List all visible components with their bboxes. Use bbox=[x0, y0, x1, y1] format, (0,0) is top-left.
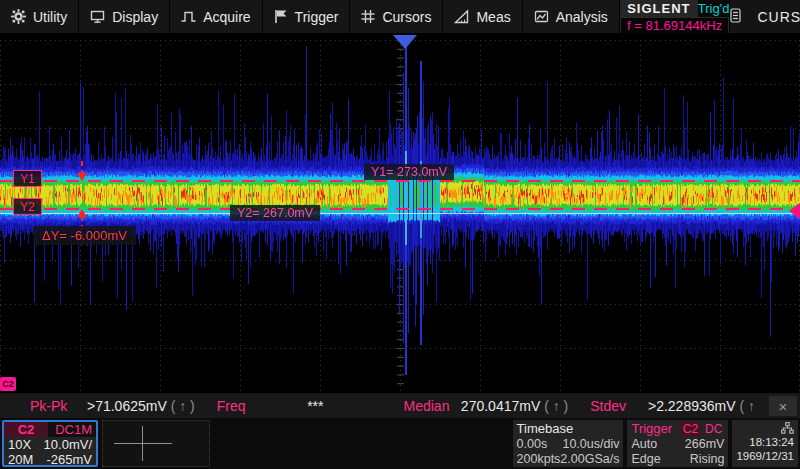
analysis-icon bbox=[534, 9, 549, 24]
trend-up-icon: ( ↑ bbox=[739, 398, 755, 414]
menu-acquire[interactable]: Acquire bbox=[170, 0, 262, 33]
menu-display-label: Display bbox=[112, 9, 158, 25]
menu-trigger[interactable]: Trigger bbox=[263, 0, 351, 33]
trigger-status: Trig'd bbox=[698, 0, 730, 17]
meas-median-value: 270.0417mV ( ↑ ) bbox=[461, 398, 582, 414]
oscilloscope-screen: Utility Display Acquire Trigger Cursors … bbox=[0, 0, 800, 469]
menu-display[interactable]: Display bbox=[79, 0, 170, 33]
channel2-box[interactable]: C2 DC1M 10X 10.0mV/ 20M -265mV bbox=[2, 420, 98, 467]
trigger-coupling-chip: DC bbox=[703, 422, 724, 436]
meas-pkpk-label: Pk-Pk bbox=[30, 398, 67, 414]
cursors-panel-label: CURSORS bbox=[757, 9, 800, 25]
siglent-logo: SIGLENT bbox=[620, 0, 698, 17]
timebase-title: Timebase bbox=[517, 421, 620, 436]
channel2-scale: 10.0mV/ bbox=[44, 437, 92, 452]
crosshair-icon bbox=[142, 426, 143, 461]
cursor-y2-handle[interactable]: Y2 bbox=[13, 198, 42, 215]
cursors-panel-header[interactable]: CURSORS bbox=[730, 0, 800, 33]
menu-cursors[interactable]: Cursors bbox=[350, 0, 443, 33]
meas-median-label: Median bbox=[404, 398, 450, 414]
trigger-mode: Auto bbox=[631, 437, 657, 451]
status-bar-spacer bbox=[214, 420, 509, 467]
cursor-y2-readout: Y2= 267.0mV bbox=[230, 205, 320, 221]
cursor-y1-handle[interactable]: Y1 bbox=[13, 170, 42, 187]
menu-utility[interactable]: Utility bbox=[0, 0, 79, 33]
acquire-icon bbox=[181, 9, 196, 24]
meas-stdev[interactable]: Stdev >2.228936mV ( ↑ bbox=[582, 393, 769, 419]
channel2-bandwidth: 20M bbox=[8, 452, 33, 467]
trend-up-icon: ( ↑ ) bbox=[544, 398, 568, 414]
menu-cursors-label: Cursors bbox=[382, 9, 431, 25]
flag-icon bbox=[274, 9, 288, 24]
timebase-samplerate: 2.00GSa/s bbox=[560, 452, 619, 466]
trigger-box[interactable]: Trigger C2 DC Auto 266mV Edge Rising bbox=[627, 420, 728, 467]
meas-stdev-value: >2.228936mV ( ↑ bbox=[648, 398, 769, 414]
timebase-scale: 10.0us/div bbox=[562, 437, 619, 451]
lan-icon bbox=[781, 421, 794, 435]
timebase-delay: 0.00s bbox=[517, 437, 548, 451]
add-channel-area[interactable] bbox=[102, 420, 210, 467]
waveform-display[interactable]: Y1 Y2 Y1= 273.0mV Y2= 267.0mV ΔY= -6.000… bbox=[0, 33, 800, 392]
menu-utility-label: Utility bbox=[33, 9, 67, 25]
channel2-coupling: DC1M bbox=[48, 422, 96, 437]
menu-meas-label: Meas bbox=[476, 9, 510, 25]
gear-icon bbox=[11, 9, 26, 24]
timebase-points: 200kpts bbox=[517, 452, 561, 466]
menu-analysis-label: Analysis bbox=[556, 9, 608, 25]
channel-position-badge[interactable]: C2 bbox=[0, 377, 16, 391]
menu-bar: Utility Display Acquire Trigger Cursors … bbox=[0, 0, 800, 33]
panel-list-icon bbox=[730, 8, 741, 26]
meas-pkpk-value: >71.0625mV ( ↑ ) bbox=[87, 398, 209, 414]
clock-time: 18:13:24 bbox=[749, 435, 794, 449]
meas-icon bbox=[454, 9, 469, 24]
trigger-source-chip: C2 bbox=[681, 422, 700, 436]
channel2-offset: -265mV bbox=[46, 452, 92, 467]
trend-up-icon: ( ↑ ) bbox=[171, 398, 195, 414]
channel2-name: C2 bbox=[4, 422, 48, 437]
measurement-bar: Pk-Pk >71.0625mV ( ↑ ) Freq *** Median 2… bbox=[0, 392, 800, 419]
meas-pkpk[interactable]: Pk-Pk >71.0625mV ( ↑ ) bbox=[0, 393, 209, 419]
clock-date: 1969/12/31 bbox=[736, 449, 794, 463]
persistence-waveform-canvas[interactable] bbox=[0, 33, 800, 392]
meas-freq-label: Freq bbox=[217, 398, 246, 414]
frequency-counter: f = 81.69144kHz bbox=[620, 17, 730, 33]
menu-analysis[interactable]: Analysis bbox=[523, 0, 620, 33]
clock-box[interactable]: 18:13:24 1969/12/31 bbox=[732, 420, 798, 467]
meas-freq[interactable]: Freq *** bbox=[209, 393, 396, 419]
meas-median[interactable]: Median 270.0417mV ( ↑ ) bbox=[396, 393, 583, 419]
display-icon bbox=[90, 9, 105, 24]
trigger-title: Trigger bbox=[631, 421, 672, 436]
status-bar: C2 DC1M 10X 10.0mV/ 20M -265mV Timebase … bbox=[0, 418, 800, 469]
channel2-probe: 10X bbox=[8, 437, 31, 452]
menu-meas[interactable]: Meas bbox=[443, 0, 522, 33]
meas-stdev-label: Stdev bbox=[590, 398, 626, 414]
menu-trigger-label: Trigger bbox=[295, 9, 339, 25]
trigger-level: 266mV bbox=[685, 437, 725, 451]
brand-block: SIGLENT Trig'd f = 81.69144kHz bbox=[620, 0, 731, 33]
trigger-type: Edge bbox=[631, 452, 660, 466]
cursors-icon bbox=[361, 9, 375, 24]
meas-freq-value: *** bbox=[307, 398, 337, 414]
timebase-box[interactable]: Timebase 0.00s 10.0us/div 200kpts 2.00GS… bbox=[513, 420, 624, 467]
trigger-slope: Rising bbox=[690, 452, 725, 466]
cursor-delta-readout: ΔY= -6.000mV bbox=[33, 226, 136, 245]
crosshair-icon bbox=[114, 443, 172, 444]
cursor-y1-readout: Y1= 273.0mV bbox=[364, 164, 454, 180]
menu-acquire-label: Acquire bbox=[203, 9, 250, 25]
close-measurements-button[interactable]: × bbox=[769, 396, 797, 416]
